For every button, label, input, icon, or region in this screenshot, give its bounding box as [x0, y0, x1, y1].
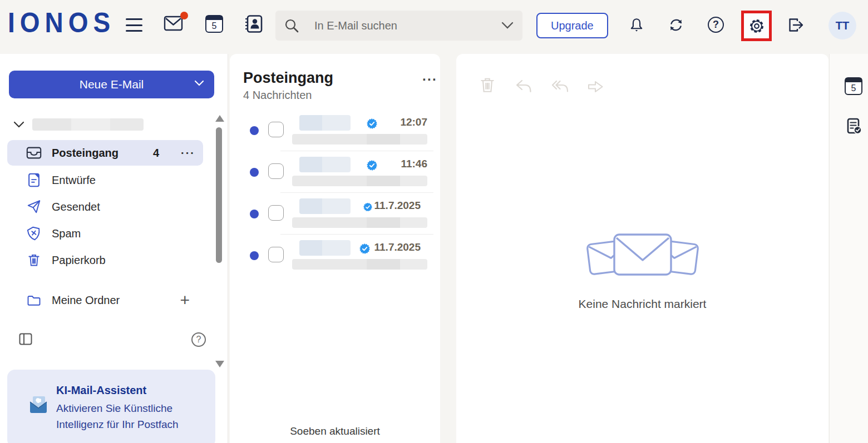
verified-sender-badge-icon: [367, 118, 377, 129]
subject-redacted: [292, 259, 427, 270]
unread-dot: [250, 251, 259, 260]
new-email-button[interactable]: Neue E-Mail: [9, 71, 214, 98]
calendar-date-number: 5: [206, 21, 222, 32]
mail-module-icon[interactable]: [164, 15, 187, 34]
trash-icon: [26, 252, 42, 268]
search-bar[interactable]: [275, 11, 522, 41]
message-checkbox[interactable]: [268, 163, 284, 179]
sidebar-item-spam[interactable]: Spam: [7, 221, 203, 246]
hamburger-menu-icon[interactable]: [126, 18, 142, 32]
folder-label: Gesendet: [52, 201, 100, 213]
account-name-redacted: [32, 118, 144, 131]
sender-redacted: [299, 157, 351, 172]
sidebar-item-papierkorb[interactable]: Papierkorb: [7, 247, 203, 273]
new-email-label: Neue E-Mail: [80, 78, 144, 91]
notifications-bell-icon[interactable]: [628, 16, 645, 36]
sender-redacted: [299, 198, 351, 214]
folder-label: Posteingang: [52, 147, 119, 160]
mini-calendar-icon[interactable]: 5: [845, 77, 862, 95]
reading-pane: Keine Nachricht markiert: [456, 54, 828, 443]
message-time: 11:46: [381, 158, 427, 170]
ionos-logo[interactable]: IONOS: [8, 7, 115, 39]
add-folder-icon[interactable]: +: [180, 292, 190, 308]
delete-message-icon[interactable]: [479, 76, 496, 96]
search-input[interactable]: [314, 19, 501, 32]
search-options-chevron-icon[interactable]: [501, 22, 514, 29]
verified-sender-badge-icon: [359, 243, 370, 254]
right-rail: 5: [829, 54, 868, 443]
subject-redacted: [292, 134, 427, 145]
sidebar-scrollbar[interactable]: [215, 113, 223, 369]
calendar-module-icon[interactable]: 5: [205, 15, 223, 33]
tasks-icon[interactable]: [846, 117, 862, 137]
collapse-sidebar-icon[interactable]: [19, 333, 32, 347]
contacts-module-icon[interactable]: [244, 14, 264, 36]
folder-label: Papierkorb: [52, 254, 106, 267]
inbox-icon: [26, 145, 42, 161]
message-row[interactable]: 11.7.2025: [230, 193, 440, 235]
folder-unread-count: 4: [153, 147, 159, 160]
unread-dot: [250, 126, 259, 135]
message-count-subtitle: 4 Nachrichten: [243, 89, 312, 102]
sidebar-item-posteingang[interactable]: Posteingang 4 ···: [7, 140, 203, 166]
mini-calendar-date: 5: [846, 83, 861, 94]
folder-label: Meine Ordner: [52, 294, 120, 307]
list-options-icon[interactable]: ···: [422, 72, 437, 87]
folder-label: Spam: [52, 227, 81, 240]
message-row[interactable]: 12:07: [230, 109, 440, 151]
empty-state-text: Keine Nachricht markiert: [456, 297, 828, 311]
folder-sidebar: Neue E-Mail Posteingang 4 ··· Entwürfe: [0, 54, 228, 443]
reply-icon[interactable]: [514, 78, 533, 96]
message-time: 11.7.2025: [374, 241, 421, 253]
ai-assistant-title: KI-Mail-Assistent: [56, 384, 204, 397]
forward-icon[interactable]: [586, 79, 605, 97]
sidebar-help-icon[interactable]: ?: [191, 332, 206, 347]
unread-indicator-dot: [180, 12, 188, 19]
sent-icon: [26, 199, 42, 215]
message-list-panel: Posteingang 4 Nachrichten ··· 12:07 11:4…: [230, 54, 440, 443]
verified-sender-badge-icon: [367, 160, 377, 171]
sidebar-item-gesendet[interactable]: Gesendet: [7, 194, 203, 220]
spam-shield-icon: [26, 226, 42, 241]
verified-sender-badge-icon: [363, 202, 372, 212]
folder-label: Entwürfe: [52, 174, 96, 187]
unread-dot: [250, 210, 259, 218]
message-time: 12:07: [381, 116, 427, 128]
scroll-up-arrow[interactable]: [215, 115, 224, 122]
scrollbar-thumb[interactable]: [216, 127, 222, 263]
settings-gear-icon[interactable]: [747, 17, 766, 36]
unread-dot: [250, 168, 259, 177]
refresh-sync-icon[interactable]: [668, 17, 684, 36]
message-time: 11.7.2025: [374, 200, 421, 212]
user-avatar[interactable]: TT: [828, 12, 856, 39]
account-row[interactable]: [13, 118, 144, 131]
reply-all-icon[interactable]: [550, 78, 570, 96]
ai-assistant-description: Aktivieren Sie Künstliche Intelligenz fü…: [56, 400, 204, 433]
ai-mail-icon: [28, 395, 48, 416]
folder-options-icon[interactable]: ···: [181, 147, 195, 160]
message-checkbox[interactable]: [268, 205, 284, 221]
empty-state-illustration: [456, 231, 828, 284]
ionos-webmail-app: IONOS 5 Upgrade: [0, 0, 868, 443]
compose-dropdown-chevron-icon[interactable]: [194, 80, 204, 87]
sender-redacted: [299, 240, 351, 256]
ai-assistant-card[interactable]: KI-Mail-Assistent Aktivieren Sie Künstli…: [7, 370, 215, 443]
refresh-status-text: Soeben aktualisiert: [230, 425, 440, 437]
sidebar-item-entwuerfe[interactable]: Entwürfe: [7, 167, 203, 193]
message-row[interactable]: 11:46: [230, 151, 440, 193]
upgrade-button[interactable]: Upgrade: [536, 13, 608, 38]
scroll-down-arrow[interactable]: [215, 361, 224, 367]
folder-icon: [26, 292, 42, 308]
logout-icon[interactable]: [787, 17, 805, 36]
message-list-title: Posteingang: [243, 69, 333, 87]
message-row[interactable]: 11.7.2025: [230, 235, 440, 276]
account-expand-chevron-icon[interactable]: [13, 121, 24, 128]
message-checkbox[interactable]: [268, 247, 284, 262]
help-icon[interactable]: ?: [708, 17, 724, 33]
top-bar: IONOS 5 Upgrade: [0, 0, 868, 54]
drafts-icon: [26, 172, 42, 188]
sender-redacted: [299, 115, 351, 131]
sidebar-item-meine-ordner[interactable]: Meine Ordner +: [7, 287, 203, 313]
message-checkbox[interactable]: [268, 122, 284, 137]
search-icon: [284, 18, 299, 33]
